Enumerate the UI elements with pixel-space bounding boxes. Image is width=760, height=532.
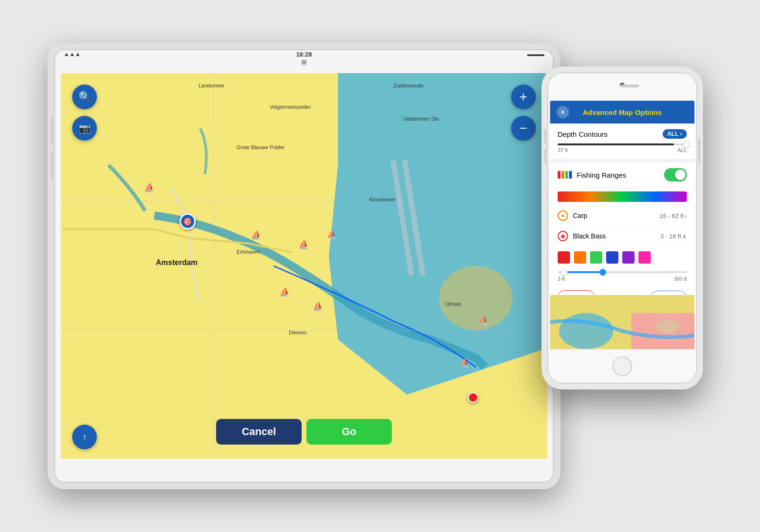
swatch-purple[interactable]	[622, 251, 635, 264]
all-badge[interactable]: ALL ›	[663, 129, 687, 139]
phone-speaker	[620, 85, 639, 87]
go-button[interactable]: Go	[306, 419, 392, 445]
depth-contours-label: Depth Contours	[558, 130, 608, 138]
map-label-volgermeerpolder: Volgermeerpolder	[270, 104, 311, 110]
map-label-ertshaven: Ertshaven	[237, 249, 260, 255]
marina-marker-6: ⛵	[327, 230, 336, 239]
fish-bar-green	[565, 171, 568, 179]
color-swatches	[550, 247, 694, 268]
phone-vol-up[interactable]	[544, 129, 546, 143]
all-badge-text: ALL	[667, 131, 678, 137]
map-label-landsmeer: Landsmeer	[199, 83, 225, 88]
range-labels: 3 ft 300 ft	[558, 276, 687, 282]
range-slider-fill	[564, 271, 603, 273]
black-bass-name: Black Bass	[573, 232, 606, 240]
camera-button[interactable]: 📷	[72, 116, 97, 141]
battery-indicator: ▬▬▬	[527, 51, 544, 57]
marina-marker-8: ⛵	[460, 358, 469, 367]
svg-point-10	[656, 320, 679, 333]
fishing-header-left: Fishing Ranges	[558, 171, 626, 179]
range-thumb-left[interactable]	[561, 269, 568, 276]
map-label-zuiderwoude: Zuiderwoude	[393, 83, 424, 88]
fish-bar-orange	[561, 171, 564, 179]
color-gradient-bar	[558, 191, 687, 202]
carp-row[interactable]: ● Carp 16 - 62 ft ›	[550, 206, 694, 226]
marina-marker-7: ⛵	[479, 315, 488, 324]
bottom-actions: Cancel Go	[216, 419, 392, 445]
black-bass-chevron: ∧	[682, 233, 687, 240]
black-bass-icon: ◉	[558, 231, 568, 241]
black-bass-row-left: ◉ Black Bass	[558, 231, 606, 241]
carp-range-text: 16 - 62 ft	[659, 212, 684, 219]
carp-chevron: ›	[685, 212, 687, 219]
black-bass-range-text: 3 - 16 ft	[660, 233, 681, 240]
phone-vol-down[interactable]	[544, 149, 546, 163]
map-label-diemen: Diemen	[289, 330, 307, 335]
zoom-out-button[interactable]: −	[511, 116, 536, 141]
black-bass-row[interactable]: ◉ Black Bass 3 - 16 ft ∧	[550, 226, 694, 247]
depth-range-labels: 37 ft ALL	[558, 147, 687, 153]
range-min-label: 3 ft	[558, 276, 565, 282]
depth-slider-thumb[interactable]	[683, 141, 690, 148]
map-label-uittdammer: Uittdammer Die	[403, 116, 439, 122]
swatch-green[interactable]	[590, 251, 602, 264]
map-preview-svg	[550, 294, 694, 351]
map-label-amsterdam: Amsterdam	[156, 258, 198, 267]
depth-slider-fill	[558, 143, 674, 145]
depth-slider[interactable]	[558, 143, 687, 145]
tablet-vol-up[interactable]	[51, 116, 53, 144]
wifi-indicator: ▲▲▲	[64, 51, 81, 57]
map-label-ijmeer: IJmeer	[446, 301, 462, 307]
fishing-ranges-icon	[558, 171, 572, 179]
cancel-button[interactable]: Cancel	[216, 419, 302, 445]
map-background: Landsmeer Zuiderwoude Volgermeerpolder G…	[61, 73, 547, 459]
fishing-ranges-label: Fishing Ranges	[577, 171, 626, 179]
carp-row-left: ● Carp	[558, 210, 587, 221]
carp-range: 16 - 62 ft ›	[659, 212, 687, 219]
depth-contours-section: Depth Contours ALL › 37 ft ALL	[550, 124, 694, 159]
phone-screen: ✕ Advanced Map Options Depth Contours AL…	[550, 101, 694, 351]
marina-marker-4: ⛵	[279, 287, 290, 297]
phone: ✕ Advanced Map Options Depth Contours AL…	[542, 66, 703, 390]
phone-header: ✕ Advanced Map Options	[550, 101, 694, 124]
clock: 18:28	[296, 51, 312, 58]
depth-min-label: 37 ft	[558, 147, 568, 153]
phone-content: Depth Contours ALL › 37 ft ALL	[550, 124, 694, 351]
svg-point-6	[559, 313, 613, 349]
tablet-camera	[302, 60, 306, 65]
fishing-header: Fishing Ranges	[550, 162, 694, 188]
range-slider[interactable]	[558, 271, 687, 273]
destination-dot	[468, 392, 478, 403]
marina-marker-2: ⛵	[251, 230, 261, 240]
marina-marker-3: ⛵	[298, 239, 309, 250]
close-button[interactable]: ✕	[557, 106, 569, 118]
map-label-kinselmeer: Kinselmeer	[370, 197, 396, 202]
swatch-red[interactable]	[558, 251, 570, 264]
tablet: ▲▲▲ 18:28 ▬▬▬	[48, 43, 560, 489]
swatch-orange[interactable]	[574, 251, 586, 264]
search-button[interactable]: 🔍	[72, 85, 97, 109]
page-title: Advanced Map Options	[583, 108, 662, 116]
map-screen: Landsmeer Zuiderwoude Volgermeerpolder G…	[61, 73, 547, 459]
depth-max-label: ALL	[677, 147, 687, 153]
carp-icon: ●	[558, 210, 568, 221]
marina-marker-1: ⛵	[144, 182, 154, 193]
range-thumb-right[interactable]	[599, 269, 606, 276]
all-chevron: ›	[680, 131, 682, 137]
phone-power[interactable]	[698, 139, 700, 162]
fishing-toggle[interactable]	[664, 168, 687, 181]
swatch-pink[interactable]	[638, 251, 651, 264]
map-preview	[550, 294, 694, 351]
swatch-blue[interactable]	[606, 251, 618, 264]
range-max-label: 300 ft	[674, 276, 687, 282]
zoom-in-button[interactable]: +	[511, 85, 536, 109]
marina-marker-5: ⛵	[313, 301, 323, 312]
range-slider-section: 3 ft 300 ft	[550, 268, 694, 286]
phone-home-button[interactable]	[612, 356, 632, 376]
compass-button[interactable]: ↑	[72, 425, 97, 449]
waypoint-marker[interactable]: 🎯	[180, 213, 196, 229]
carp-name: Carp	[573, 212, 587, 219]
tablet-vol-down[interactable]	[51, 152, 53, 180]
map-label-grote-blauwe: Grote Blauwe Polder	[237, 144, 285, 150]
fish-bar-blue	[569, 171, 572, 179]
